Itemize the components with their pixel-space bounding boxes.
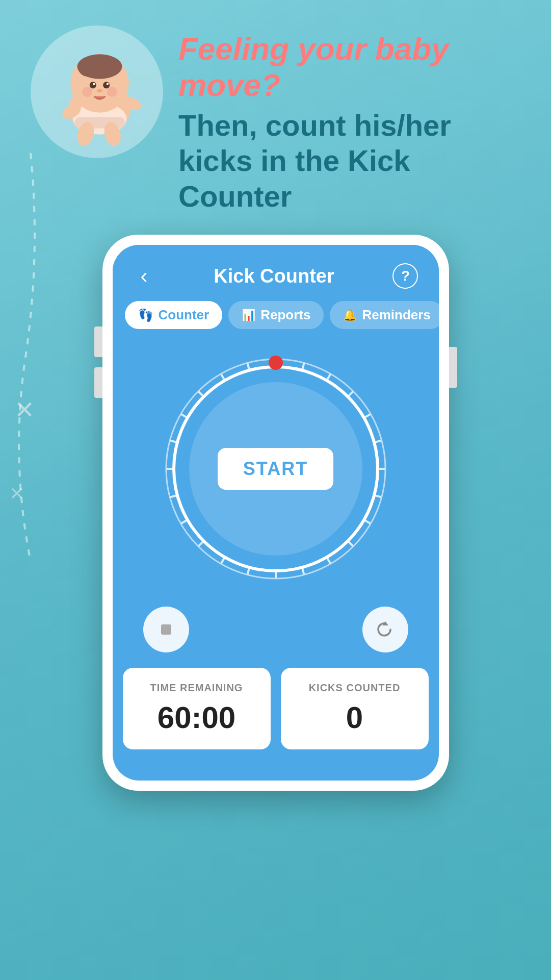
tab-bar: 👣 Counter 📊 Reports 🔔 Reminders [113, 301, 439, 341]
svg-line-29 [364, 520, 370, 523]
svg-line-34 [247, 568, 249, 574]
timer-inner: START [189, 382, 362, 556]
svg-line-25 [364, 414, 370, 417]
svg-line-32 [302, 568, 304, 574]
stats-row: TIME REMAINING 60:00 KICKS COUNTED 0 [113, 668, 439, 760]
svg-line-37 [181, 520, 186, 523]
kicks-counted-value: 0 [293, 700, 416, 735]
svg-point-7 [78, 60, 99, 77]
help-button[interactable]: ? [392, 263, 418, 289]
tab-counter[interactable]: 👣 Counter [125, 301, 223, 329]
reset-icon [375, 619, 396, 640]
timer-controls [113, 596, 439, 668]
kicks-counted-label: KICKS COUNTED [293, 682, 416, 694]
svg-line-43 [221, 374, 224, 380]
back-button[interactable]: ‹ [133, 265, 155, 287]
baby-illustration [31, 26, 163, 158]
time-remaining-card: TIME REMAINING 60:00 [123, 668, 271, 749]
svg-point-14 [82, 87, 92, 97]
app-title: Kick Counter [214, 265, 334, 287]
kicks-counted-card: KICKS COUNTED 0 [281, 668, 429, 749]
reminders-icon: 🔔 [343, 309, 357, 322]
svg-rect-46 [161, 624, 171, 635]
timer-section: START [113, 341, 439, 596]
stop-button[interactable] [143, 607, 189, 652]
time-remaining-value: 60:00 [135, 700, 258, 735]
svg-point-10 [103, 82, 110, 88]
svg-line-35 [221, 558, 224, 563]
counter-tab-label: Counter [159, 307, 209, 323]
vol-up-btn [94, 326, 102, 357]
hero-section: Feeling your baby move? Then, count his/… [0, 26, 551, 214]
phone-body: ‹ Kick Counter ? 👣 Counter 📊 Reports 🔔 R… [102, 235, 449, 791]
time-remaining-label: TIME REMAINING [135, 682, 258, 694]
svg-point-8 [102, 60, 120, 74]
vol-down-btn [94, 367, 102, 398]
svg-line-38 [170, 495, 176, 497]
volume-buttons [94, 326, 102, 398]
start-button[interactable]: START [218, 448, 333, 490]
hero-line1: Feeling your baby move? [178, 31, 520, 104]
phone-screen: ‹ Kick Counter ? 👣 Counter 📊 Reports 🔔 R… [113, 245, 439, 781]
timer-marker [269, 356, 283, 370]
svg-line-44 [247, 363, 249, 369]
app-header: ‹ Kick Counter ? [113, 245, 439, 301]
svg-line-26 [375, 441, 381, 442]
counter-icon: 👣 [138, 308, 153, 322]
svg-line-23 [327, 374, 330, 380]
svg-point-15 [107, 87, 117, 97]
reset-button[interactable] [362, 607, 408, 652]
hero-line2: Then, count his/her kicks in the Kick Co… [178, 108, 520, 214]
tab-reminders[interactable]: 🔔 Reminders [330, 301, 438, 329]
reminders-tab-label: Reminders [362, 307, 430, 323]
reports-tab-label: Reports [260, 307, 310, 323]
circle-timer: START [159, 351, 393, 586]
power-button [449, 347, 457, 388]
svg-point-12 [107, 83, 109, 85]
svg-point-9 [90, 82, 96, 88]
hero-text: Feeling your baby move? Then, count his/… [178, 26, 520, 214]
svg-line-31 [327, 558, 330, 563]
reports-icon: 📊 [242, 309, 255, 322]
tab-reports[interactable]: 📊 Reports [228, 301, 324, 329]
svg-point-11 [93, 83, 95, 85]
svg-line-28 [375, 495, 381, 497]
svg-point-13 [97, 89, 102, 93]
svg-line-40 [170, 441, 176, 442]
svg-line-22 [302, 363, 304, 369]
svg-line-41 [181, 414, 186, 417]
stop-icon [156, 619, 176, 640]
phone-mockup: ‹ Kick Counter ? 👣 Counter 📊 Reports 🔔 R… [102, 235, 449, 791]
